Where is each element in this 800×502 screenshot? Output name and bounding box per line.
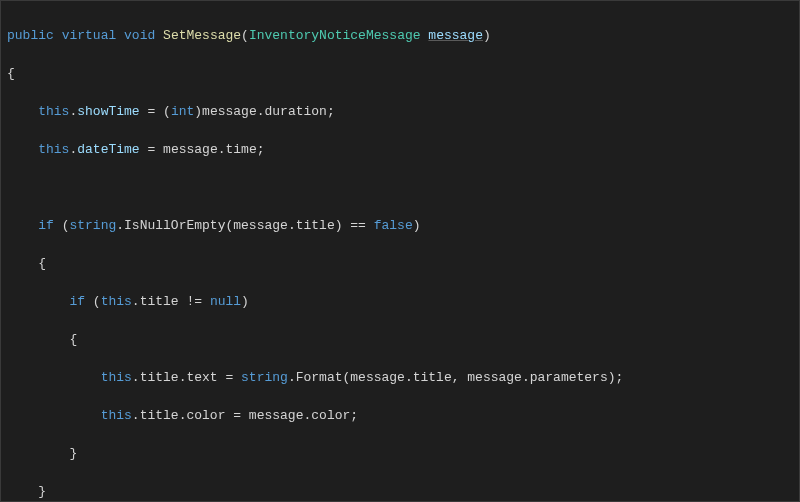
keyword-this: this bbox=[38, 104, 69, 119]
keyword-this: this bbox=[101, 294, 132, 309]
code-line: this.title.text = string.Format(message.… bbox=[3, 368, 797, 387]
type-string: string bbox=[69, 218, 116, 233]
code-line: } bbox=[3, 444, 797, 463]
code-line: { bbox=[3, 330, 797, 349]
code-line: public virtual void SetMessage(Inventory… bbox=[3, 26, 797, 45]
keyword-this: this bbox=[101, 370, 132, 385]
code-line: this.showTime = (int)message.duration; bbox=[3, 102, 797, 121]
keyword-false: false bbox=[374, 218, 413, 233]
method-name: SetMessage bbox=[163, 28, 241, 43]
code-line bbox=[3, 178, 797, 197]
keyword-public: public bbox=[7, 28, 54, 43]
code-line: { bbox=[3, 64, 797, 83]
code-line: this.title.color = message.color; bbox=[3, 406, 797, 425]
keyword-this: this bbox=[101, 408, 132, 423]
code-editor[interactable]: public virtual void SetMessage(Inventory… bbox=[1, 1, 799, 502]
code-line: if (this.title != null) bbox=[3, 292, 797, 311]
keyword-if: if bbox=[69, 294, 85, 309]
code-line: } bbox=[3, 482, 797, 501]
keyword-void: void bbox=[124, 28, 155, 43]
keyword-this: this bbox=[38, 142, 69, 157]
param-type: InventoryNoticeMessage bbox=[249, 28, 421, 43]
code-line: this.dateTime = message.time; bbox=[3, 140, 797, 159]
keyword-null: null bbox=[210, 294, 241, 309]
keyword-virtual: virtual bbox=[62, 28, 117, 43]
type-string: string bbox=[241, 370, 288, 385]
param-name: message bbox=[428, 28, 483, 43]
code-line: { bbox=[3, 254, 797, 273]
keyword-if: if bbox=[38, 218, 54, 233]
code-line: if (string.IsNullOrEmpty(message.title) … bbox=[3, 216, 797, 235]
